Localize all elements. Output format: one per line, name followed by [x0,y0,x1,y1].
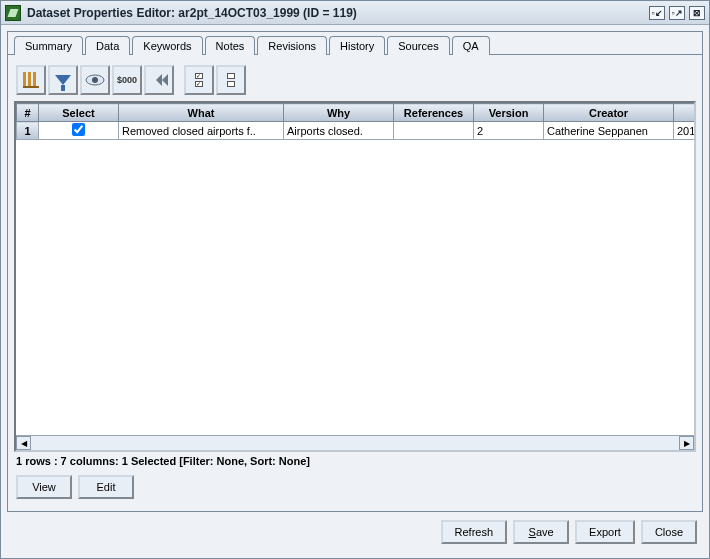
cell-date[interactable]: 201 [674,122,697,140]
col-what[interactable]: What [119,104,284,122]
main-panel: Summary Data Keywords Notes Revisions Hi… [7,31,703,512]
filter-icon [55,75,71,85]
tab-qa[interactable]: QA [452,36,490,55]
sort-icon [23,72,39,88]
cell-what[interactable]: Removed closed airports f.. [119,122,284,140]
save-button[interactable]: Save [513,520,569,544]
reset-button[interactable] [144,65,174,95]
sort-button[interactable] [16,65,46,95]
table-row[interactable]: 1 Removed closed airports f.. Airports c… [17,122,697,140]
horizontal-scrollbar[interactable]: ◀ ▶ [16,435,694,450]
edit-button[interactable]: Edit [78,475,134,499]
format-icon: $000 [117,75,137,85]
tab-history[interactable]: History [329,36,385,55]
clear-all-icon [227,73,235,87]
tab-content: $000 [8,54,702,511]
tab-revisions[interactable]: Revisions [257,36,327,55]
col-creator[interactable]: Creator [544,104,674,122]
grid-empty-area [16,140,694,435]
filter-button[interactable] [48,65,78,95]
footer-buttons: Refresh Save Export Close [7,512,703,552]
grid-actions: View Edit [14,469,696,505]
app-icon [5,5,21,21]
col-why[interactable]: Why [284,104,394,122]
grid-toolbar: $000 [14,61,696,101]
grid-status: 1 rows : 7 columns: 1 Selected [Filter: … [14,452,696,469]
maximize-button[interactable]: ▫↗ [669,6,685,20]
col-version[interactable]: Version [474,104,544,122]
window-body: Summary Data Keywords Notes Revisions Hi… [1,25,709,558]
window-title: Dataset Properties Editor: ar2pt_14OCT03… [27,6,645,20]
format-button[interactable]: $000 [112,65,142,95]
row-number: 1 [17,122,39,140]
reset-icon [156,74,162,86]
minimize-button[interactable]: ▫↙ [649,6,665,20]
col-num[interactable]: # [17,104,39,122]
tab-keywords[interactable]: Keywords [132,36,202,55]
select-checkbox[interactable] [72,123,85,136]
col-references[interactable]: References [394,104,474,122]
scroll-right-button[interactable]: ▶ [679,436,694,450]
tab-row: Summary Data Keywords Notes Revisions Hi… [8,33,702,55]
revisions-table[interactable]: # Select What Why References Version Cre… [16,103,696,140]
cell-creator[interactable]: Catherine Seppanen [544,122,674,140]
revisions-grid: # Select What Why References Version Cre… [14,101,696,452]
window: Dataset Properties Editor: ar2pt_14OCT03… [0,0,710,559]
tab-summary[interactable]: Summary [14,36,83,55]
tab-data[interactable]: Data [85,36,130,55]
cell-select[interactable] [39,122,119,140]
clear-all-button[interactable] [216,65,246,95]
cell-references[interactable] [394,122,474,140]
col-overflow[interactable] [674,104,697,122]
tab-sources[interactable]: Sources [387,36,449,55]
cell-why[interactable]: Airports closed. [284,122,394,140]
close-window-button[interactable]: ⊠ [689,6,705,20]
title-bar: Dataset Properties Editor: ar2pt_14OCT03… [1,1,709,25]
eye-icon [85,74,105,86]
svg-point-1 [92,77,98,83]
view-button[interactable]: View [16,475,72,499]
scroll-left-button[interactable]: ◀ [16,436,31,450]
cell-version[interactable]: 2 [474,122,544,140]
columns-button[interactable] [80,65,110,95]
table-header-row: # Select What Why References Version Cre… [17,104,697,122]
refresh-button[interactable]: Refresh [441,520,508,544]
close-button[interactable]: Close [641,520,697,544]
col-select[interactable]: Select [39,104,119,122]
scroll-track[interactable] [31,436,679,450]
tab-notes[interactable]: Notes [205,36,256,55]
select-all-icon [195,73,203,87]
select-all-button[interactable] [184,65,214,95]
export-button[interactable]: Export [575,520,635,544]
